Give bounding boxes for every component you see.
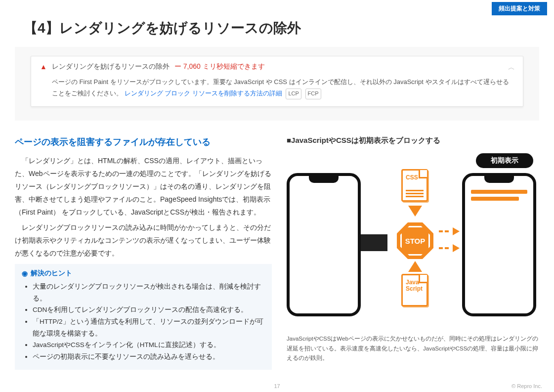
left-column: ページの表示を阻害するファイルが存在している 「レンダリング」とは、HTMLの解… (15, 136, 272, 372)
dashed-arrow-icon (438, 227, 460, 254)
page-number: 17 (274, 383, 280, 389)
pagespeed-alert: ▲ レンダリングを妨げるリソースの除外 ー 7,060 ミリ秒短縮できます ︿ … (15, 47, 539, 121)
arrow-up-icon (408, 261, 422, 272)
diagram-caption: JavaScriptやCSSはWebページの表示に欠かせないものだが、同時にその… (287, 334, 539, 363)
initial-display-label: 初期表示 (476, 153, 533, 168)
paragraph-2: レンダリングブロックリソースの読み込みに時間がかかってしまうと、その分だけ初期表… (15, 221, 272, 260)
page-title: 【4】レンダリングを妨げるリソースの除外 (24, 19, 301, 38)
stop-sign-icon: STOP (397, 222, 433, 259)
hint-item: JavaScriptやCSSをインライン化（HTMLに直接記述）する。 (33, 339, 265, 351)
section-subhead: ページの表示を阻害するファイルが存在している (15, 136, 272, 148)
arrow-down-icon (408, 206, 422, 217)
js-label: Java Script (406, 279, 423, 292)
alert-description: ページの First Paint をリソースがブロックしています。重要な Jav… (40, 76, 514, 99)
hint-item: 大量のレンダリングブロックリソースが検出される場合は、削減を検討する。 (33, 281, 265, 304)
lcp-badge: LCP (286, 88, 301, 99)
hint-item: ページの初期表示に不要なリソースの読み込みを遅らせる。 (33, 351, 265, 363)
hint-item: CDNを利用してレンダリングブロックリソースの配信を高速化する。 (33, 304, 265, 316)
stop-text: STOP (400, 226, 430, 256)
diagram-heading: ■JavaScriptやCSSは初期表示をブロックする (287, 136, 539, 145)
alert-card: ▲ レンダリングを妨げるリソースの除外 ー 7,060 ミリ秒短縮できます ︿ … (31, 56, 523, 107)
hint-title: ◉ 解決のヒント (22, 269, 265, 278)
js-file-icon: Java Script (401, 274, 428, 306)
alert-link[interactable]: レンダリング ブロック リソースを削除する方法の詳細 (125, 89, 282, 97)
hint-item: 「HTTP/2」という通信方式を利用して、リソースの並列ダウンロードが可能な環境… (33, 316, 265, 339)
warning-icon: ▲ (40, 63, 47, 71)
category-tag: 頻出提案と対策 (492, 2, 547, 15)
hint-title-text: 解決のヒント (31, 269, 72, 278)
rendering-diagram: 初期表示 CSS STOP Java Script (287, 153, 539, 331)
hint-box: ◉ 解決のヒント 大量のレンダリングブロックリソースが検出される場合は、削減を検… (15, 264, 272, 369)
dark-bar-icon (361, 234, 387, 251)
bulb-icon: ◉ (22, 269, 28, 277)
chevron-up-icon[interactable]: ︿ (508, 63, 515, 72)
hint-list: 大量のレンダリングブロックリソースが検出される場合は、削減を検討する。 CDNを… (22, 281, 265, 362)
fcp-badge: FCP (305, 88, 321, 99)
phone-rendered-icon (462, 173, 536, 316)
copyright: © Repro Inc. (511, 383, 542, 389)
paragraph-1: 「レンダリング」とは、HTMLの解析、CSSの適用、レイアウト、描画といった、W… (15, 155, 272, 218)
alert-savings: ー 7,060 ミリ秒短縮できます (174, 62, 265, 71)
alert-heading: レンダリングを妨げるリソースの除外 (52, 62, 170, 71)
css-file-icon: CSS (401, 169, 428, 202)
phone-blank-icon (287, 173, 361, 316)
css-label: CSS (406, 174, 418, 181)
right-column: ■JavaScriptやCSSは初期表示をブロックする 初期表示 CSS STO… (287, 136, 539, 372)
